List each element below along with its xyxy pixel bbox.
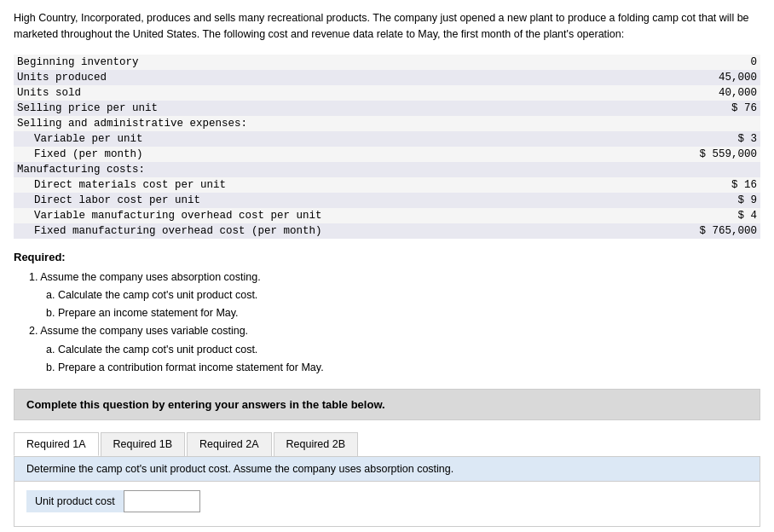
tab-req2b[interactable]: Required 2B [274,432,359,456]
required-item: 2. Assume the company uses variable cost… [22,322,760,340]
required-list: 1. Assume the company uses absorption co… [14,269,760,378]
main-container: High Country, Incorporated, produces and… [0,0,774,532]
data-value: 40,000 [672,87,757,99]
unit-product-input[interactable] [124,490,200,512]
bottom-nav: ❮ Required 1A Required 1B ❯ [14,527,760,532]
required-title: Required: [14,251,760,263]
data-value: $ 559,000 [672,148,757,160]
data-value [672,164,757,176]
tab-description: Determine the camp cot's unit product co… [14,457,760,482]
data-value: $ 76 [672,102,757,114]
data-row: Selling and administrative expenses: [14,116,760,131]
tab-body: Unit product cost [14,482,760,526]
data-row: Units produced45,000 [14,70,760,85]
data-label: Fixed (per month) [17,148,672,160]
tab-req2a[interactable]: Required 2A [187,432,272,456]
data-label: Manufacturing costs: [17,164,672,176]
data-label: Variable manufacturing overhead cost per… [17,210,672,222]
data-label: Units sold [17,87,672,99]
data-section: Beginning inventory0Units produced45,000… [14,55,760,239]
data-label: Selling and administrative expenses: [17,118,672,130]
data-row: Fixed manufacturing overhead cost (per m… [14,223,760,239]
data-label: Direct materials cost per unit [17,179,672,191]
data-row: Direct labor cost per unit$ 9 [14,193,760,208]
data-label: Fixed manufacturing overhead cost (per m… [17,225,672,237]
required-item: b. Prepare an income statement for May. [22,304,760,322]
data-label: Variable per unit [17,133,672,145]
data-label: Direct labor cost per unit [17,194,672,206]
required-item: b. Prepare a contribution format income … [22,359,760,377]
data-value: $ 3 [672,133,757,145]
data-row: Variable per unit$ 3 [14,131,760,147]
tab-content-area: Determine the camp cot's unit product co… [14,457,760,527]
required-section: Required: 1. Assume the company uses abs… [14,251,760,378]
data-label: Units produced [17,72,672,84]
tab-req1a[interactable]: Required 1A [14,432,99,456]
tabs-container: Required 1ARequired 1BRequired 2ARequire… [14,432,760,457]
required-item: a. Calculate the camp cot's unit product… [22,341,760,359]
required-item: 1. Assume the company uses absorption co… [22,269,760,286]
data-value: $ 765,000 [672,225,757,237]
tab-req1b[interactable]: Required 1B [101,432,186,456]
complete-question-box: Complete this question by entering your … [14,389,760,420]
data-label: Beginning inventory [17,56,672,68]
required-item: a. Calculate the camp cot's unit product… [22,286,760,304]
data-row: Manufacturing costs: [14,162,760,177]
data-value: 0 [672,56,757,68]
data-row: Units sold40,000 [14,85,760,101]
data-label: Selling price per unit [17,102,672,114]
data-row: Fixed (per month)$ 559,000 [14,147,760,162]
unit-product-row: Unit product cost [26,490,748,512]
intro-text: High Country, Incorporated, produces and… [14,10,760,43]
data-value [672,118,757,130]
data-row: Beginning inventory0 [14,55,760,70]
data-value: $ 9 [672,194,757,206]
data-value: 45,000 [672,72,757,84]
data-value: $ 4 [672,210,757,222]
unit-product-label: Unit product cost [26,490,124,512]
data-value: $ 16 [672,179,757,191]
data-row: Selling price per unit$ 76 [14,101,760,116]
data-row: Variable manufacturing overhead cost per… [14,208,760,223]
data-row: Direct materials cost per unit$ 16 [14,177,760,193]
